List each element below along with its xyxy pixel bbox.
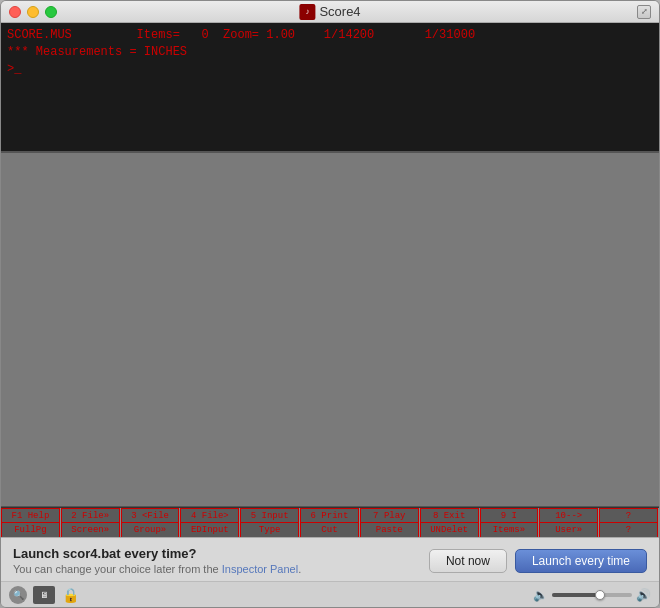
volume-mute-icon: 🔈 bbox=[533, 588, 548, 602]
main-window: ♪ Score4 ⤢ SCORE.MUS Items= 0 Zoom= 1.00… bbox=[0, 0, 660, 608]
fkey-top-4[interactable]: 4 File> bbox=[180, 508, 239, 523]
close-button[interactable] bbox=[9, 6, 21, 18]
terminal-line-2: *** Measurements = INCHES bbox=[7, 44, 653, 61]
volume-slider[interactable] bbox=[552, 593, 632, 597]
fkeys-container: F1 HelpFullPg2 File»Screen»3 <FileGroup»… bbox=[1, 508, 659, 538]
volume-knob[interactable] bbox=[595, 590, 605, 600]
fkey-bottom-11[interactable]: ? bbox=[599, 523, 658, 538]
expand-button[interactable]: ⤢ bbox=[637, 5, 651, 19]
maximize-button[interactable] bbox=[45, 6, 57, 18]
search-icon[interactable]: 🔍 bbox=[9, 586, 27, 604]
traffic-lights bbox=[9, 6, 57, 18]
fkey-top-5[interactable]: 5 Input bbox=[240, 508, 299, 523]
fkey-col-4[interactable]: 4 File>EDInput bbox=[180, 508, 240, 538]
fkey-col-8[interactable]: 8 ExitUNDelet bbox=[420, 508, 480, 538]
minimize-button[interactable] bbox=[27, 6, 39, 18]
fkey-top-9[interactable]: 9 I bbox=[480, 508, 539, 523]
lock-icon[interactable]: 🔒 bbox=[61, 586, 79, 604]
terminal-line-1: SCORE.MUS Items= 0 Zoom= 1.00 1/14200 1/… bbox=[7, 27, 653, 44]
status-bar: 🔍 🖥 🔒 🔈 🔊 bbox=[1, 581, 659, 607]
notification-subtitle-end: . bbox=[298, 563, 301, 575]
notification-text: Launch scor4.bat every time? You can cha… bbox=[13, 546, 419, 575]
app-icon: ♪ bbox=[299, 4, 315, 20]
fkey-bottom-9[interactable]: Items» bbox=[480, 523, 539, 538]
fkey-top-1[interactable]: F1 Help bbox=[1, 508, 60, 523]
fkey-bottom-2[interactable]: Screen» bbox=[61, 523, 120, 538]
volume-max-icon: 🔊 bbox=[636, 588, 651, 602]
fkey-col-9[interactable]: 9 IItems» bbox=[480, 508, 540, 538]
fkey-top-3[interactable]: 3 <File bbox=[121, 508, 180, 523]
fkey-bottom-3[interactable]: Group» bbox=[121, 523, 180, 538]
fkey-top-6[interactable]: 6 Print bbox=[300, 508, 359, 523]
notification-subtitle: You can change your choice later from th… bbox=[13, 563, 419, 575]
fkey-col-3[interactable]: 3 <FileGroup» bbox=[121, 508, 181, 538]
fkey-col-7[interactable]: 7 PlayPaste bbox=[360, 508, 420, 538]
inspector-panel-link[interactable]: Inspector Panel bbox=[222, 563, 298, 575]
fkey-top-7[interactable]: 7 Play bbox=[360, 508, 419, 523]
screen-icon[interactable]: 🖥 bbox=[33, 586, 55, 604]
volume-area: 🔈 🔊 bbox=[533, 588, 651, 602]
notification-bar: Launch scor4.bat every time? You can cha… bbox=[1, 537, 659, 581]
title-bar: ♪ Score4 ⤢ bbox=[1, 1, 659, 23]
fkey-bottom-4[interactable]: EDInput bbox=[180, 523, 239, 538]
launch-every-time-button[interactable]: Launch every time bbox=[515, 549, 647, 573]
fkey-bottom-8[interactable]: UNDelet bbox=[420, 523, 479, 538]
not-now-button[interactable]: Not now bbox=[429, 549, 507, 573]
fkey-col-5[interactable]: 5 InputType bbox=[240, 508, 300, 538]
fkey-bottom-1[interactable]: FullPg bbox=[1, 523, 60, 538]
terminal-area: SCORE.MUS Items= 0 Zoom= 1.00 1/14200 1/… bbox=[1, 23, 659, 153]
terminal-line-3: >_ bbox=[7, 61, 653, 78]
fkey-col-10[interactable]: 10-->User» bbox=[539, 508, 599, 538]
window-title: Score4 bbox=[319, 4, 360, 19]
notification-buttons: Not now Launch every time bbox=[429, 549, 647, 573]
fkey-bottom-10[interactable]: User» bbox=[539, 523, 598, 538]
fkey-bottom-7[interactable]: Paste bbox=[360, 523, 419, 538]
fkey-top-8[interactable]: 8 Exit bbox=[420, 508, 479, 523]
fkey-col-11[interactable]: ?? bbox=[599, 508, 659, 538]
notification-title: Launch scor4.bat every time? bbox=[13, 546, 419, 561]
fkey-bottom-5[interactable]: Type bbox=[240, 523, 299, 538]
fkey-bottom-6[interactable]: Cut bbox=[300, 523, 359, 538]
notification-content: Launch scor4.bat every time? You can cha… bbox=[1, 538, 659, 581]
fkey-col-6[interactable]: 6 PrintCut bbox=[300, 508, 360, 538]
volume-fill bbox=[552, 593, 600, 597]
fkey-top-10[interactable]: 10--> bbox=[539, 508, 598, 523]
fkey-col-1[interactable]: F1 HelpFullPg bbox=[1, 508, 61, 538]
score-canvas bbox=[1, 153, 659, 507]
fkey-col-2[interactable]: 2 File»Screen» bbox=[61, 508, 121, 538]
fkey-top-2[interactable]: 2 File» bbox=[61, 508, 120, 523]
window-title-area: ♪ Score4 bbox=[299, 4, 360, 20]
fkey-toolbar: F1 HelpFullPg2 File»Screen»3 <FileGroup»… bbox=[1, 507, 659, 537]
fkey-top-11[interactable]: ? bbox=[599, 508, 658, 523]
notification-subtitle-text: You can change your choice later from th… bbox=[13, 563, 222, 575]
